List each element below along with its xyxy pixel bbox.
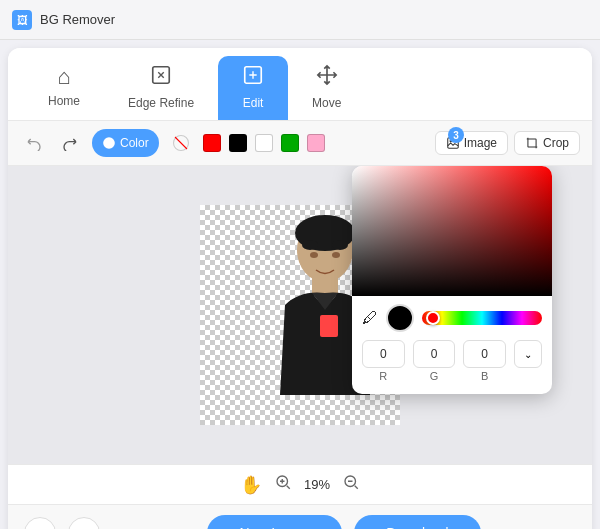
svg-point-13	[332, 252, 340, 258]
nav-item-edge-refine[interactable]: Edge Refine	[104, 56, 218, 120]
nav-item-move[interactable]: Move	[288, 56, 365, 120]
swatch-white[interactable]	[255, 134, 273, 152]
color-btn-label: Color	[120, 136, 149, 150]
toolbar: Color 3 Image	[8, 120, 592, 166]
g-input-group: G	[413, 340, 456, 382]
zoom-level: 19%	[304, 477, 330, 492]
svg-point-15	[332, 240, 348, 250]
download-button[interactable]: Download	[354, 515, 480, 529]
r-input[interactable]	[362, 340, 405, 368]
prev-button[interactable]: ‹	[24, 517, 56, 529]
badge: 3	[448, 127, 464, 143]
no-color-swatch[interactable]	[167, 129, 195, 157]
edit-icon	[242, 64, 264, 92]
title-bar: 🖼 BG Remover	[0, 0, 600, 40]
b-input-group: B	[463, 340, 506, 382]
color-picker-row: 🖊	[362, 304, 542, 332]
hand-tool-icon[interactable]: ✋	[240, 474, 262, 496]
app-title: BG Remover	[40, 12, 115, 27]
color-picker-popup: 🖊 R G	[352, 166, 552, 394]
canvas-area: 🖊 R G	[8, 166, 592, 464]
swatch-green[interactable]	[281, 134, 299, 152]
swatch-red[interactable]	[203, 134, 221, 152]
svg-point-2	[103, 137, 115, 149]
nav-item-home[interactable]: ⌂ Home	[24, 56, 104, 120]
color-gradient-area[interactable]	[352, 166, 552, 296]
image-tab-label: Image	[464, 136, 497, 150]
nav-label-move: Move	[312, 96, 341, 110]
g-input[interactable]	[413, 340, 456, 368]
svg-rect-10	[312, 275, 338, 295]
svg-rect-7	[528, 139, 536, 147]
svg-point-14	[302, 240, 318, 250]
undo-button[interactable]	[20, 129, 48, 157]
nav-label-edit: Edit	[243, 96, 264, 110]
nav-label-home: Home	[48, 94, 80, 108]
nav-label-edge-refine: Edge Refine	[128, 96, 194, 110]
swatch-black[interactable]	[229, 134, 247, 152]
g-label: G	[430, 370, 439, 382]
b-input[interactable]	[463, 340, 506, 368]
edge-refine-icon	[150, 64, 172, 92]
zoom-out-icon[interactable]	[342, 473, 360, 496]
swatch-pink[interactable]	[307, 134, 325, 152]
move-icon	[316, 64, 338, 92]
rgb-inputs: R G B ⌄	[362, 340, 542, 382]
new-image-button[interactable]: New Image	[207, 515, 342, 529]
r-input-group: R	[362, 340, 405, 382]
crop-tab-button[interactable]: Crop	[514, 131, 580, 155]
image-tab-button[interactable]: Image	[435, 131, 508, 155]
svg-line-4	[175, 137, 187, 149]
top-nav: ⌂ Home Edge Refine Edit	[8, 48, 592, 120]
nav-item-edit[interactable]: Edit	[218, 56, 288, 120]
svg-point-12	[310, 252, 318, 258]
color-picker-controls: 🖊 R G	[352, 296, 552, 394]
hue-slider[interactable]	[422, 311, 542, 325]
rgb-mode-dropdown[interactable]: ⌄	[514, 340, 542, 368]
app-icon: 🖼	[12, 10, 32, 30]
action-bar: ‹ › New Image Download	[8, 504, 592, 529]
hue-slider-thumb	[426, 311, 440, 325]
redo-button[interactable]	[56, 129, 84, 157]
main-container: ⌂ Home Edge Refine Edit	[8, 48, 592, 529]
next-button[interactable]: ›	[68, 517, 100, 529]
svg-rect-11	[320, 315, 338, 337]
status-bar: ✋ 19%	[8, 464, 592, 504]
b-label: B	[481, 370, 488, 382]
color-button[interactable]: Color	[92, 129, 159, 157]
selected-color-circle	[386, 304, 414, 332]
crop-tab-label: Crop	[543, 136, 569, 150]
home-icon: ⌂	[57, 64, 70, 90]
r-label: R	[379, 370, 387, 382]
eyedropper-icon[interactable]: 🖊	[362, 309, 378, 327]
zoom-in-icon[interactable]	[274, 473, 292, 496]
